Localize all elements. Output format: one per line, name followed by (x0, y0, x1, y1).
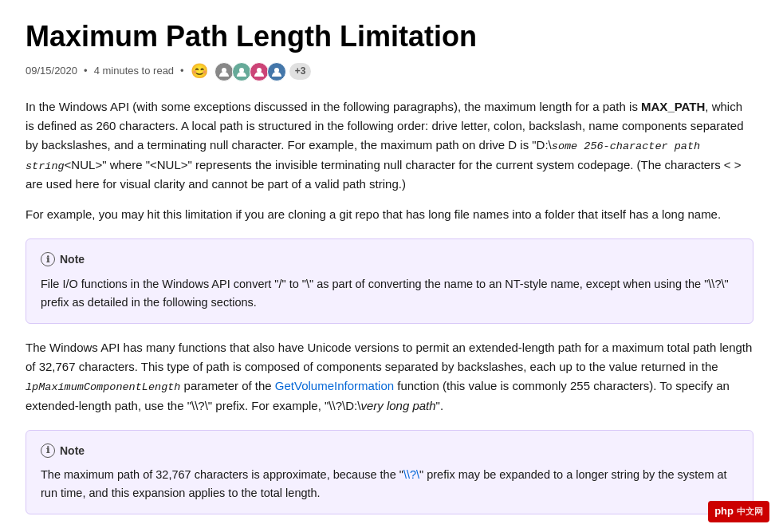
read-time: 4 minutes to read (94, 63, 174, 80)
paragraph-2: For example, you may hit this limitation… (26, 205, 753, 224)
page-title: Maximum Path Length Limitation (26, 19, 753, 53)
note-label-2: Note (60, 442, 85, 459)
max-path-bold: MAX_PATH (641, 100, 705, 113)
meta-row: 09/15/2020 • 4 minutes to read • 😊 +3 (26, 60, 753, 83)
paragraph-3: The Windows API has many functions that … (26, 338, 753, 416)
plus-badge: +3 (289, 63, 312, 80)
note-header-1: ℹ Note (41, 250, 738, 268)
note-header-2: ℹ Note (41, 442, 738, 459)
info-icon-2: ℹ (41, 443, 55, 458)
long-path-example: very long path (360, 399, 435, 412)
paragraph-1: In the Windows API (with some exceptions… (26, 97, 753, 194)
publish-date: 09/15/2020 (26, 63, 77, 80)
path-example: some 256-character path string (26, 140, 700, 172)
emoji-icon: 😊 (191, 60, 208, 83)
avatar-3 (250, 62, 269, 81)
note-box-2: ℹ Note The maximum path of 32,767 charac… (26, 430, 753, 515)
param-name: lpMaximumComponentLength (26, 381, 180, 393)
php-label: php (714, 503, 734, 520)
avatar-4 (267, 62, 286, 81)
avatar-2 (232, 62, 251, 81)
note-body-1: File I/O functions in the Windows API co… (41, 275, 738, 312)
contributors: +3 (214, 62, 312, 81)
note-body-2: The maximum path of 32,767 characters is… (41, 466, 738, 502)
php-badge: php 中文网 (708, 501, 769, 522)
prefix-link[interactable]: \\?\ (403, 468, 419, 481)
info-icon-1: ℹ (41, 252, 55, 266)
note-box-1: ℹ Note File I/O functions in the Windows… (26, 238, 753, 324)
note-label-1: Note (60, 250, 85, 268)
get-volume-link[interactable]: GetVolumeInformation (275, 379, 394, 392)
avatar-1 (214, 62, 234, 81)
php-sublabel: 中文网 (737, 505, 763, 519)
